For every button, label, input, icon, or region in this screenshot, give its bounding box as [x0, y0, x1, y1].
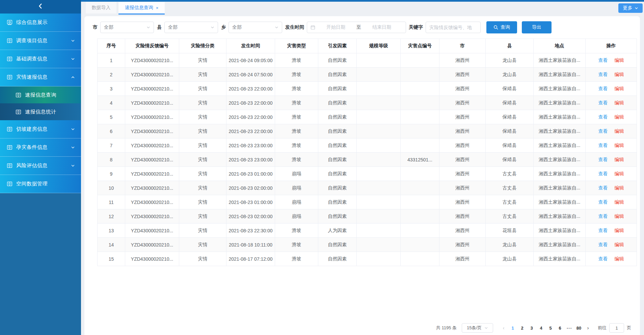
sidebar-item-basic-survey-info[interactable]: 基础调查信息 [0, 50, 81, 68]
sidebar-subitem-label: 速报信息统计 [25, 109, 56, 115]
column-header: 市 [439, 39, 486, 53]
pager-ellipsis[interactable]: ··· [565, 326, 574, 331]
edit-link[interactable]: 编辑 [615, 213, 624, 219]
table-cell: 2021-08-23 22:30:00 [226, 224, 275, 238]
table-cell: 湘西州 [439, 153, 486, 167]
export-button[interactable]: 导出 [522, 21, 552, 33]
edit-link[interactable]: 编辑 [615, 72, 624, 77]
page-number-6[interactable]: 6 [555, 326, 565, 331]
chevron-down-icon [71, 164, 75, 168]
tab-report-info-query[interactable]: 速报信息查询 × [118, 2, 165, 15]
prev-page-button[interactable]: ‹ [499, 325, 508, 331]
sidebar-item-risk-assessment-info[interactable]: 风险评估信息 [0, 157, 81, 175]
actions-cell: 查看编辑 [586, 252, 637, 266]
sidebar-item-disaster-report-info[interactable]: 灾情速报信息 [0, 68, 81, 86]
view-link[interactable]: 查看 [598, 72, 608, 77]
content-card: 市 全部 县 全部 乡 全部 发生时间 开始日期 至 结束 [84, 16, 640, 335]
table-cell: 2021-08-17 07:12:00 [226, 252, 275, 266]
view-link[interactable]: 查看 [598, 171, 608, 176]
column-header: 县 [486, 39, 534, 53]
sidebar-subitem-report-info-query[interactable]: 速报信息查询 [0, 86, 81, 103]
chevron-down-icon [71, 127, 75, 131]
view-link[interactable]: 查看 [598, 256, 608, 261]
view-link[interactable]: 查看 [598, 228, 608, 233]
table-row: 15YZD43000020210...灾情2021-08-17 07:12:00… [98, 252, 637, 266]
sidebar-item-survey-project-info[interactable]: 调查项目信息 [0, 32, 81, 50]
edit-link[interactable]: 编辑 [615, 242, 624, 247]
town-select[interactable]: 全部 [229, 22, 282, 33]
sidebar-subitem-report-info-stats[interactable]: 速报信息统计 [0, 103, 81, 120]
view-link[interactable]: 查看 [598, 157, 608, 162]
table-cell: 湘西土家族苗族自... [534, 110, 586, 124]
table-row: 8YZD43000020210...灾情2021-08-23 23:00:00滑… [98, 153, 637, 167]
view-link[interactable]: 查看 [598, 114, 608, 120]
book-icon [16, 92, 21, 98]
view-link[interactable]: 查看 [598, 143, 608, 148]
collapse-left-icon [37, 3, 44, 10]
view-link[interactable]: 查看 [598, 242, 608, 247]
view-link[interactable]: 查看 [598, 199, 608, 205]
tab-data-import[interactable]: 数据导入 [86, 2, 116, 14]
edit-link[interactable]: 编辑 [615, 199, 624, 205]
edit-link[interactable]: 编辑 [615, 171, 624, 176]
close-icon[interactable]: × [156, 5, 159, 10]
page-size-select[interactable]: 15条/页 [462, 323, 493, 333]
table-cell: 滑坡 [275, 124, 318, 138]
table-cell: 3 [98, 82, 125, 96]
county-select[interactable]: 全部 [164, 22, 218, 33]
table-cell: 2021-08-23 02:00:00 [226, 209, 275, 224]
column-header: 地点 [534, 39, 586, 53]
edit-link[interactable]: 编辑 [615, 256, 624, 261]
table-cell: 湘西土家族苗族自... [534, 181, 586, 195]
table-row: 13YZD43000020210...灾情2021-08-23 22:30:00… [98, 224, 637, 238]
actions-cell: 查看编辑 [586, 138, 637, 153]
city-select[interactable]: 全部 [100, 22, 154, 33]
table-cell: 4 [98, 96, 125, 110]
goto-page-input[interactable] [609, 323, 624, 333]
table-cell: 自然因素 [318, 96, 357, 110]
sidebar-item-hazard-condition-info[interactable]: 孕灾条件信息 [0, 138, 81, 157]
view-link[interactable]: 查看 [598, 128, 608, 134]
view-link[interactable]: 查看 [598, 213, 608, 219]
more-button[interactable]: 更多 [618, 3, 643, 13]
date-range-input[interactable]: 开始日期 至 结束日期 [307, 22, 406, 33]
edit-link[interactable]: 编辑 [615, 114, 624, 120]
table-cell: 自然因素 [318, 181, 357, 195]
sidebar-item-slope-housing-info[interactable]: 切坡建房信息 [0, 120, 81, 138]
edit-link[interactable]: 编辑 [615, 100, 624, 105]
table-cell: 自然因素 [318, 238, 357, 252]
table-cell: 龙山县 [486, 252, 534, 266]
edit-link[interactable]: 编辑 [615, 157, 624, 162]
next-page-button[interactable]: › [584, 325, 592, 331]
sidebar-menu: 综合信息展示调查项目信息基础调查信息灾情速报信息速报信息查询速报信息统计切坡建房… [0, 14, 81, 193]
page-number-80[interactable]: 80 [574, 326, 584, 331]
view-link[interactable]: 查看 [598, 57, 608, 63]
table-cell: 湘西州 [439, 195, 486, 209]
table-cell: 灾情 [179, 252, 226, 266]
sidebar-item-overview-display[interactable]: 综合信息展示 [0, 14, 81, 32]
sidebar-collapse-button[interactable] [0, 0, 81, 14]
page-number-1[interactable]: 1 [508, 326, 517, 331]
page-number-2[interactable]: 2 [517, 326, 527, 331]
view-link[interactable]: 查看 [598, 100, 608, 105]
book-icon [7, 74, 12, 80]
view-link[interactable]: 查看 [598, 86, 608, 91]
page-number-5[interactable]: 5 [546, 326, 555, 331]
keyword-input[interactable] [426, 22, 481, 33]
edit-link[interactable]: 编辑 [615, 143, 624, 148]
table-cell [357, 53, 401, 68]
edit-link[interactable]: 编辑 [615, 128, 624, 134]
edit-link[interactable]: 编辑 [615, 228, 624, 233]
sidebar-item-label: 基础调查信息 [16, 56, 71, 62]
edit-link[interactable]: 编辑 [615, 57, 624, 63]
report-table: 序号灾险情反馈编号灾险情分类发生时间灾害类型引发因素规模等级灾害点编号市县地点操… [97, 38, 637, 266]
query-button[interactable]: 查询 [486, 21, 517, 33]
page-number-4[interactable]: 4 [536, 326, 546, 331]
edit-link[interactable]: 编辑 [615, 86, 624, 91]
sidebar-item-spatial-data-management[interactable]: 空间数据管理 [0, 175, 81, 193]
chevron-down-icon [71, 39, 75, 43]
edit-link[interactable]: 编辑 [615, 185, 624, 190]
page-number-3[interactable]: 3 [527, 326, 536, 331]
view-link[interactable]: 查看 [598, 185, 608, 190]
table-cell: 滑坡 [275, 82, 318, 96]
